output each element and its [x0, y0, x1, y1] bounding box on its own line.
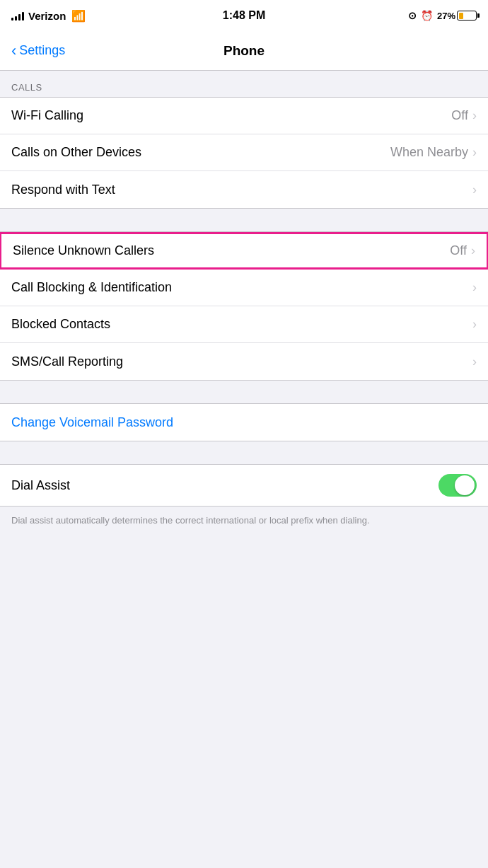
dial-assist-group: Dial Assist — [0, 464, 488, 507]
signal-bar-1 — [11, 18, 13, 21]
spacer-2 — [0, 381, 488, 403]
spacer-3 — [0, 441, 488, 464]
calls-other-devices-value: When Nearby — [390, 145, 468, 160]
dial-assist-label: Dial Assist — [11, 478, 70, 493]
wifi-calling-item[interactable]: Wi-Fi Calling Off › — [0, 98, 488, 134]
blocked-contacts-label: Blocked Contacts — [11, 317, 110, 332]
blocking-group: Silence Unknown Callers Off › Call Block… — [0, 231, 488, 381]
spacer-1 — [0, 209, 488, 231]
status-right: ⊙ ⏰ 27% — [408, 10, 477, 21]
status-bar: Verizon 📶 1:48 PM ⊙ ⏰ 27% — [0, 0, 488, 31]
back-button[interactable]: ‹ Settings — [11, 42, 65, 60]
respond-with-text-label: Respond with Text — [11, 183, 115, 197]
dial-assist-item[interactable]: Dial Assist — [0, 465, 488, 506]
change-voicemail-password-item[interactable]: Change Voicemail Password — [0, 404, 488, 441]
wifi-calling-value: Off — [451, 108, 468, 123]
nav-bar: ‹ Settings Phone — [0, 31, 488, 71]
respond-with-text-item[interactable]: Respond with Text › — [0, 171, 488, 208]
calls-other-devices-right: When Nearby › — [390, 145, 477, 160]
signal-bar-3 — [18, 14, 21, 21]
calls-other-devices-label: Calls on Other Devices — [11, 145, 141, 160]
calls-other-devices-item[interactable]: Calls on Other Devices When Nearby › — [0, 134, 488, 171]
respond-with-text-chevron: › — [472, 183, 477, 197]
calls-group: Wi-Fi Calling Off › Calls on Other Devic… — [0, 97, 488, 209]
silence-unknown-callers-label: Silence Unknown Callers — [13, 243, 154, 258]
blocked-contacts-chevron: › — [472, 317, 477, 332]
battery-percent: 27% — [437, 11, 455, 21]
voicemail-group: Change Voicemail Password — [0, 403, 488, 441]
wifi-calling-right: Off › — [451, 108, 477, 123]
wifi-icon: 📶 — [71, 9, 86, 23]
signal-bar-4 — [22, 12, 24, 21]
blocked-contacts-right: › — [472, 317, 477, 332]
calls-section-header: CALLS — [0, 71, 488, 97]
wifi-calling-label: Wi-Fi Calling — [11, 108, 83, 123]
silence-unknown-callers-chevron: › — [471, 243, 475, 258]
call-blocking-item[interactable]: Call Blocking & Identification › — [0, 270, 488, 306]
sms-call-reporting-label: SMS/Call Reporting — [11, 354, 123, 369]
blocked-contacts-item[interactable]: Blocked Contacts › — [0, 306, 488, 343]
back-label: Settings — [19, 43, 65, 58]
battery-fill — [459, 13, 463, 19]
dial-assist-right — [438, 474, 477, 497]
silence-unknown-callers-right: Off › — [450, 243, 475, 258]
call-blocking-chevron: › — [472, 280, 477, 295]
alarm-icon: ⏰ — [421, 10, 433, 21]
signal-bars — [11, 11, 24, 21]
dial-assist-toggle[interactable] — [438, 474, 477, 497]
dial-assist-footer: Dial assist automatically determines the… — [0, 507, 488, 539]
dial-assist-toggle-knob — [455, 475, 475, 495]
call-blocking-label: Call Blocking & Identification — [11, 280, 172, 295]
back-chevron-icon: ‹ — [11, 42, 16, 60]
page-title: Phone — [223, 43, 265, 59]
sms-call-reporting-chevron: › — [472, 354, 477, 369]
call-blocking-right: › — [472, 280, 477, 295]
battery-container: 27% — [437, 11, 477, 21]
carrier-name: Verizon — [28, 10, 66, 22]
silence-unknown-callers-value: Off — [450, 243, 467, 258]
respond-with-text-right: › — [472, 183, 477, 197]
change-voicemail-password-label: Change Voicemail Password — [11, 415, 173, 430]
wifi-calling-chevron: › — [472, 108, 477, 123]
status-left: Verizon 📶 — [11, 9, 86, 23]
signal-bar-2 — [15, 16, 17, 21]
battery-icon — [457, 11, 477, 21]
silence-unknown-callers-item[interactable]: Silence Unknown Callers Off › — [0, 232, 488, 270]
status-time: 1:48 PM — [223, 9, 265, 22]
sms-call-reporting-item[interactable]: SMS/Call Reporting › — [0, 343, 488, 380]
sms-call-reporting-right: › — [472, 354, 477, 369]
calls-other-devices-chevron: › — [472, 145, 477, 160]
screen-record-icon: ⊙ — [408, 10, 417, 21]
